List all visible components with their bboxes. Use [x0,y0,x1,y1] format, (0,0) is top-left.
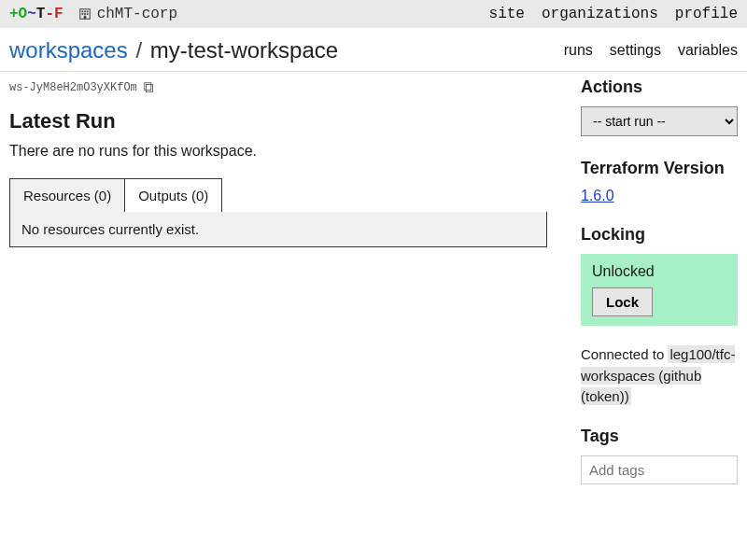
tab-panel-resources: No resources currently exist. [9,212,547,247]
brand-dash: - [45,6,54,22]
terraform-version-link[interactable]: 1.6.0 [581,188,614,204]
nav-profile[interactable]: profile [675,6,738,22]
main-column: ws-JyM8eH2mO3yXKfOm Latest Run There are… [9,77,562,484]
brand-plus: + [9,6,19,22]
workspace-id: ws-JyM8eH2mO3yXKfOm [9,81,137,94]
topbar: +O~T-F chMT-corp site organizations prof… [0,0,747,28]
svg-rect-3 [86,11,88,13]
vcs-connection: Connected to leg100/tfc-workspaces (gith… [581,344,738,408]
brand-o: O [19,6,28,22]
svg-rect-4 [81,13,83,15]
tags-heading: Tags [581,427,738,446]
lock-status: Unlocked [592,263,726,280]
svg-rect-1 [81,11,83,13]
svg-rect-6 [86,13,88,15]
tags-input[interactable] [581,455,738,484]
nav-site[interactable]: site [489,6,525,22]
svg-rect-2 [84,11,86,13]
tab-resources[interactable]: Resources (0) [9,178,125,212]
nav-organizations[interactable]: organizations [542,6,658,22]
brand-tilde: ~ [27,6,36,22]
locking-heading: Locking [581,225,738,245]
subnav-settings[interactable]: settings [610,42,661,59]
svg-rect-5 [84,13,86,15]
topbar-left: +O~T-F chMT-corp [9,6,177,22]
latest-run-heading: Latest Run [9,109,562,133]
latest-run-empty: There are no runs for this workspace. [9,143,562,160]
breadcrumb-workspaces-link[interactable]: workspaces [9,37,128,63]
workspace-header: workspaces / my-test-workspace runs sett… [0,28,747,72]
svg-rect-9 [145,83,151,91]
org-name: chMT-corp [97,6,177,22]
lock-status-box: Unlocked Lock [581,254,738,326]
workspace-id-row: ws-JyM8eH2mO3yXKfOm [9,77,562,109]
workspace-name: my-test-workspace [150,37,338,63]
subnav-runs[interactable]: runs [564,42,593,59]
tabs-header: Resources (0) Outputs (0) [9,178,221,213]
content: ws-JyM8eH2mO3yXKfOm Latest Run There are… [0,72,747,494]
building-icon [78,7,92,21]
subnav-variables[interactable]: variables [678,42,738,59]
sidebar: Actions -- start run -- Terraform Versio… [581,77,738,484]
start-run-select[interactable]: -- start run -- [581,106,738,136]
terraform-version-heading: Terraform Version [581,159,738,178]
workspace-subnav: runs settings variables [564,42,738,59]
lock-button[interactable]: Lock [592,287,653,316]
tabs-container: Resources (0) Outputs (0) No resources c… [9,178,562,247]
svg-rect-8 [146,85,152,92]
vcs-prefix: Connected to [581,346,668,362]
brand-f: F [54,6,63,22]
breadcrumb-separator: / [135,37,142,63]
copy-icon[interactable] [143,81,156,94]
actions-heading: Actions [581,77,738,97]
breadcrumb: workspaces / my-test-workspace [9,37,338,63]
org-selector[interactable]: chMT-corp [78,6,177,22]
brand-logo: +O~T-F [9,6,63,22]
tab-outputs[interactable]: Outputs (0) [124,178,222,212]
topbar-nav: site organizations profile [489,6,738,22]
svg-rect-7 [83,16,86,20]
brand-t: T [36,6,46,22]
